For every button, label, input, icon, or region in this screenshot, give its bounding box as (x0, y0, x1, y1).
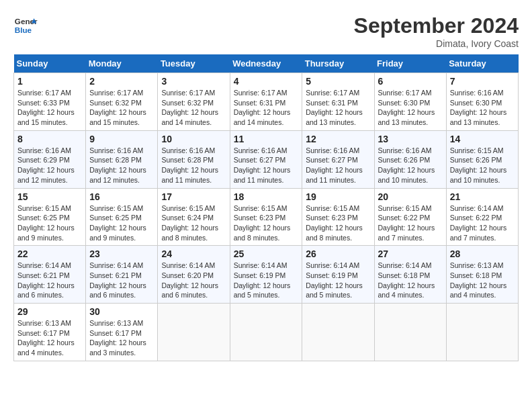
col-header-wednesday: Wednesday (230, 54, 302, 73)
calendar-day-18: 18 Sunrise: 6:15 AMSunset: 6:23 PMDaylig… (230, 188, 302, 246)
day-info: Sunrise: 6:15 AMSunset: 6:25 PMDaylight:… (17, 204, 75, 242)
day-info: Sunrise: 6:13 AMSunset: 6:17 PMDaylight:… (89, 319, 146, 357)
calendar-day-10: 10 Sunrise: 6:16 AMSunset: 6:28 PMDaylig… (158, 130, 230, 188)
day-info: Sunrise: 6:15 AMSunset: 6:24 PMDaylight:… (161, 204, 218, 242)
day-info: Sunrise: 6:14 AMSunset: 6:22 PMDaylight:… (450, 204, 507, 242)
calendar-day-7: 7 Sunrise: 6:16 AMSunset: 6:30 PMDayligh… (446, 73, 518, 131)
day-info: Sunrise: 6:16 AMSunset: 6:28 PMDaylight:… (89, 146, 146, 184)
day-info: Sunrise: 6:16 AMSunset: 6:28 PMDaylight:… (161, 146, 218, 184)
day-number: 20 (378, 191, 443, 202)
day-info: Sunrise: 6:16 AMSunset: 6:26 PMDaylight:… (378, 146, 435, 184)
day-number: 12 (306, 134, 370, 144)
day-info: Sunrise: 6:17 AMSunset: 6:31 PMDaylight:… (306, 89, 363, 126)
col-header-thursday: Thursday (302, 54, 374, 73)
day-info: Sunrise: 6:17 AMSunset: 6:32 PMDaylight:… (161, 89, 218, 126)
calendar-week-4: 22 Sunrise: 6:14 AMSunset: 6:21 PMDaylig… (14, 246, 519, 304)
day-info: Sunrise: 6:14 AMSunset: 6:21 PMDaylight:… (17, 261, 75, 299)
calendar-day-3: 3 Sunrise: 6:17 AMSunset: 6:32 PMDayligh… (158, 73, 230, 131)
day-number: 26 (306, 248, 370, 259)
day-info: Sunrise: 6:13 AMSunset: 6:18 PMDaylight:… (450, 261, 507, 299)
day-number: 3 (161, 76, 226, 87)
calendar-day-9: 9 Sunrise: 6:16 AMSunset: 6:28 PMDayligh… (86, 130, 158, 188)
calendar-week-5: 29 Sunrise: 6:13 AMSunset: 6:17 PMDaylig… (14, 304, 519, 361)
day-number: 2 (89, 76, 154, 87)
day-info: Sunrise: 6:15 AMSunset: 6:22 PMDaylight:… (378, 204, 435, 242)
day-number: 5 (306, 76, 370, 87)
calendar-week-2: 8 Sunrise: 6:16 AMSunset: 6:29 PMDayligh… (14, 130, 519, 188)
col-header-sunday: Sunday (14, 54, 86, 73)
calendar-day-12: 12 Sunrise: 6:16 AMSunset: 6:27 PMDaylig… (302, 130, 374, 188)
day-number: 29 (17, 306, 82, 317)
day-number: 8 (17, 134, 82, 144)
day-number: 22 (17, 248, 82, 259)
day-info: Sunrise: 6:13 AMSunset: 6:17 PMDaylight:… (17, 319, 75, 357)
day-number: 27 (378, 248, 443, 259)
empty-cell (302, 304, 374, 361)
day-info: Sunrise: 6:15 AMSunset: 6:25 PMDaylight:… (89, 204, 146, 242)
calendar-day-17: 17 Sunrise: 6:15 AMSunset: 6:24 PMDaylig… (158, 188, 230, 246)
calendar-day-26: 26 Sunrise: 6:14 AMSunset: 6:19 PMDaylig… (302, 246, 374, 304)
calendar-day-14: 14 Sunrise: 6:15 AMSunset: 6:26 PMDaylig… (446, 130, 518, 188)
day-info: Sunrise: 6:14 AMSunset: 6:19 PMDaylight:… (234, 261, 291, 299)
calendar-day-20: 20 Sunrise: 6:15 AMSunset: 6:22 PMDaylig… (374, 188, 446, 246)
day-number: 6 (378, 76, 443, 87)
location-subtitle: Dimata, Ivory Coast (354, 38, 519, 49)
day-info: Sunrise: 6:15 AMSunset: 6:26 PMDaylight:… (450, 146, 507, 184)
day-number: 25 (234, 248, 299, 259)
calendar-day-1: 1 Sunrise: 6:17 AMSunset: 6:33 PMDayligh… (14, 73, 86, 131)
col-header-friday: Friday (374, 54, 446, 73)
day-info: Sunrise: 6:17 AMSunset: 6:30 PMDaylight:… (378, 89, 435, 126)
day-number: 19 (306, 191, 370, 202)
day-number: 7 (450, 76, 515, 87)
title-block: September 2024 Dimata, Ivory Coast (354, 13, 519, 49)
day-info: Sunrise: 6:15 AMSunset: 6:23 PMDaylight:… (234, 204, 291, 242)
day-info: Sunrise: 6:17 AMSunset: 6:32 PMDaylight:… (89, 89, 146, 126)
empty-cell (230, 304, 302, 361)
empty-cell (446, 304, 518, 361)
day-number: 24 (161, 248, 226, 259)
calendar-week-1: 1 Sunrise: 6:17 AMSunset: 6:33 PMDayligh… (14, 73, 519, 131)
calendar-day-6: 6 Sunrise: 6:17 AMSunset: 6:30 PMDayligh… (374, 73, 446, 131)
calendar-day-11: 11 Sunrise: 6:16 AMSunset: 6:27 PMDaylig… (230, 130, 302, 188)
day-number: 1 (17, 76, 82, 87)
calendar-day-2: 2 Sunrise: 6:17 AMSunset: 6:32 PMDayligh… (86, 73, 158, 131)
day-info: Sunrise: 6:14 AMSunset: 6:20 PMDaylight:… (161, 261, 218, 299)
calendar-day-5: 5 Sunrise: 6:17 AMSunset: 6:31 PMDayligh… (302, 73, 374, 131)
calendar-day-15: 15 Sunrise: 6:15 AMSunset: 6:25 PMDaylig… (14, 188, 86, 246)
day-info: Sunrise: 6:14 AMSunset: 6:19 PMDaylight:… (306, 261, 363, 299)
empty-cell (158, 304, 230, 361)
calendar-day-27: 27 Sunrise: 6:14 AMSunset: 6:18 PMDaylig… (374, 246, 446, 304)
day-info: Sunrise: 6:14 AMSunset: 6:21 PMDaylight:… (89, 261, 146, 299)
day-number: 28 (450, 248, 515, 259)
page-header: General Blue September 2024 Dimata, Ivor… (13, 13, 519, 49)
calendar-day-25: 25 Sunrise: 6:14 AMSunset: 6:19 PMDaylig… (230, 246, 302, 304)
day-number: 15 (17, 191, 82, 202)
day-info: Sunrise: 6:16 AMSunset: 6:27 PMDaylight:… (234, 146, 291, 184)
month-title: September 2024 (354, 13, 519, 38)
calendar-day-22: 22 Sunrise: 6:14 AMSunset: 6:21 PMDaylig… (14, 246, 86, 304)
day-number: 18 (234, 191, 299, 202)
day-number: 16 (89, 191, 154, 202)
day-number: 10 (161, 134, 226, 144)
day-info: Sunrise: 6:16 AMSunset: 6:27 PMDaylight:… (306, 146, 363, 184)
day-number: 11 (234, 134, 299, 144)
day-info: Sunrise: 6:17 AMSunset: 6:31 PMDaylight:… (234, 89, 291, 126)
calendar-day-16: 16 Sunrise: 6:15 AMSunset: 6:25 PMDaylig… (86, 188, 158, 246)
calendar-day-21: 21 Sunrise: 6:14 AMSunset: 6:22 PMDaylig… (446, 188, 518, 246)
day-info: Sunrise: 6:17 AMSunset: 6:33 PMDaylight:… (17, 89, 75, 126)
col-header-saturday: Saturday (446, 54, 518, 73)
logo-icon: General Blue (13, 13, 38, 38)
col-header-monday: Monday (86, 54, 158, 73)
day-number: 14 (450, 134, 515, 144)
day-number: 17 (161, 191, 226, 202)
day-number: 23 (89, 248, 154, 259)
calendar-day-19: 19 Sunrise: 6:15 AMSunset: 6:23 PMDaylig… (302, 188, 374, 246)
calendar-day-8: 8 Sunrise: 6:16 AMSunset: 6:29 PMDayligh… (14, 130, 86, 188)
day-info: Sunrise: 6:15 AMSunset: 6:23 PMDaylight:… (306, 204, 363, 242)
calendar-day-29: 29 Sunrise: 6:13 AMSunset: 6:17 PMDaylig… (14, 304, 86, 361)
calendar-header-row: SundayMondayTuesdayWednesdayThursdayFrid… (14, 54, 519, 73)
calendar-day-30: 30 Sunrise: 6:13 AMSunset: 6:17 PMDaylig… (86, 304, 158, 361)
calendar-week-3: 15 Sunrise: 6:15 AMSunset: 6:25 PMDaylig… (14, 188, 519, 246)
calendar-table: SundayMondayTuesdayWednesdayThursdayFrid… (13, 54, 519, 361)
day-info: Sunrise: 6:16 AMSunset: 6:30 PMDaylight:… (450, 89, 507, 126)
